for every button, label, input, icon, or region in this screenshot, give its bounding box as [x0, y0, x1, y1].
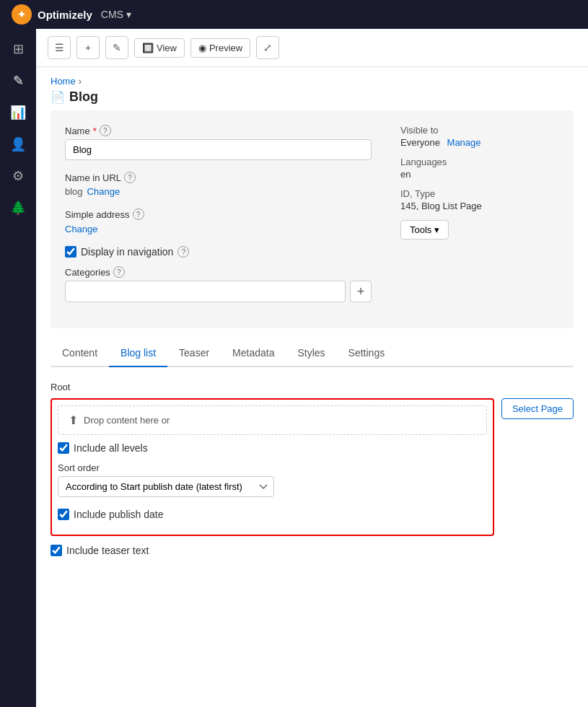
edit-page-button[interactable]: ✎: [105, 36, 128, 59]
include-all-levels-row: Include all levels: [58, 442, 487, 454]
categories-field-group: Categories ? +: [65, 266, 372, 302]
tools-label: Tools: [410, 224, 431, 235]
include-all-levels-checkbox[interactable]: [58, 442, 69, 454]
cms-label: CMS: [101, 9, 123, 20]
tab-teaser[interactable]: Teaser: [167, 340, 221, 367]
display-nav-label[interactable]: Display in navigation: [81, 246, 173, 258]
page-header: Home › 📄 Blog: [36, 67, 588, 110]
sidebar-item-analytics[interactable]: 📊: [4, 98, 32, 127]
languages-group: Languages en: [400, 157, 559, 180]
tools-button[interactable]: Tools ▾: [400, 220, 449, 240]
include-publish-date-label[interactable]: Include publish date: [74, 509, 164, 520]
expand-button[interactable]: ⤢: [256, 36, 279, 59]
cms-menu[interactable]: CMS ▾: [101, 9, 131, 20]
tab-settings[interactable]: Settings: [337, 340, 397, 367]
required-indicator: *: [93, 126, 97, 136]
sidebar: ⊞ ✎ 📊 👤 ⚙ 🌲: [0, 29, 36, 707]
sidebar-item-people[interactable]: 👤: [4, 130, 32, 159]
logo-icon: ✦: [12, 4, 32, 25]
page-title: Blog: [69, 89, 98, 105]
tab-settings-label: Settings: [348, 347, 385, 359]
drop-zone-container: ⬆ Drop content here or Include all level…: [51, 398, 494, 536]
drop-zone-wrapper: ⬆ Drop content here or Include all level…: [51, 398, 574, 536]
tab-content-label: Content: [62, 347, 97, 359]
add-button[interactable]: +: [76, 36, 100, 59]
sidebar-item-dashboard[interactable]: ⊞: [4, 35, 32, 63]
add-category-icon: +: [357, 284, 365, 299]
categories-label-text: Categories: [65, 267, 110, 278]
url-help-icon[interactable]: ?: [124, 172, 136, 183]
drop-upload-icon: ⬆: [69, 413, 78, 427]
categories-label: Categories ?: [65, 266, 372, 278]
main-layout: ⊞ ✎ 📊 👤 ⚙ 🌲 ☰ + ✎: [0, 29, 588, 707]
name-field-group: Name * ?: [65, 125, 372, 160]
url-value: blog: [65, 186, 83, 197]
view-icon: 🔲: [142, 43, 154, 53]
preview-button[interactable]: ◉ Preview: [190, 38, 250, 58]
categories-input[interactable]: [65, 281, 346, 302]
tab-blog-list[interactable]: Blog list: [109, 340, 167, 367]
display-nav-checkbox[interactable]: [65, 246, 76, 258]
settings-icon: ⚙: [12, 168, 24, 184]
drop-zone-label: Drop content here or: [84, 415, 170, 426]
tab-metadata-label: Metadata: [232, 347, 274, 359]
url-name-label-text: Name in URL: [65, 172, 121, 183]
include-teaser-text-checkbox[interactable]: [51, 545, 62, 556]
list-view-button[interactable]: ☰: [48, 36, 71, 59]
simple-address-change-link[interactable]: Change: [65, 224, 98, 234]
url-row: blog Change: [65, 186, 372, 197]
preview-label: Preview: [209, 43, 242, 53]
include-all-levels-label[interactable]: Include all levels: [74, 442, 148, 454]
url-name-field-group: Name in URL ? blog Change: [65, 172, 372, 197]
add-category-button[interactable]: +: [350, 281, 372, 302]
tab-metadata[interactable]: Metadata: [221, 340, 286, 367]
page-type-icon: 📄: [51, 90, 65, 104]
name-label-text: Name: [65, 126, 90, 136]
visible-to-group: Visible to Everyone Manage: [400, 125, 559, 148]
id-type-value: 145, Blog List Page: [400, 201, 559, 211]
include-teaser-text-row: Include teaser text: [51, 545, 574, 556]
simple-address-help-icon[interactable]: ?: [133, 208, 144, 220]
form-row: Name * ? Name in URL ? blog: [65, 125, 559, 314]
sidebar-item-tree[interactable]: 🌲: [4, 193, 32, 222]
id-type-label: ID, Type: [400, 188, 559, 199]
tab-blog-list-label: Blog list: [120, 347, 156, 359]
list-icon: ☰: [55, 42, 64, 53]
plus-icon: +: [85, 42, 91, 53]
sort-order-select[interactable]: According to Start publish date (latest …: [58, 476, 274, 497]
breadcrumb: Home ›: [51, 76, 574, 87]
include-teaser-text-label[interactable]: Include teaser text: [66, 545, 149, 556]
sidebar-item-settings[interactable]: ⚙: [4, 162, 32, 190]
page-title-row: 📄 Blog: [51, 89, 574, 105]
edit-icon: ✎: [13, 73, 24, 89]
tabs-bar: Content Blog list Teaser Metadata Styles…: [51, 328, 574, 367]
breadcrumb-home[interactable]: Home: [51, 76, 76, 87]
content-area: ☰ + ✎ 🔲 View ◉ Preview ⤢ Home: [36, 29, 588, 707]
select-page-button[interactable]: Select Page: [501, 398, 574, 419]
tab-styles[interactable]: Styles: [286, 340, 336, 367]
view-label: View: [157, 43, 177, 53]
sort-order-label: Sort order: [58, 462, 487, 473]
sidebar-item-edit[interactable]: ✎: [4, 66, 32, 95]
toolbar: ☰ + ✎ 🔲 View ◉ Preview ⤢: [36, 29, 588, 67]
tree-icon: 🌲: [10, 200, 26, 216]
form-left-column: Name * ? Name in URL ? blog: [65, 125, 372, 314]
app-logo[interactable]: ✦ Optimizely: [12, 4, 92, 25]
display-nav-help-icon[interactable]: ?: [177, 246, 189, 258]
app-name: Optimizely: [38, 9, 92, 21]
analytics-icon: 📊: [10, 105, 26, 120]
name-help-icon[interactable]: ?: [100, 125, 111, 136]
red-box-inner: Include all levels Sort order According …: [58, 435, 487, 520]
manage-link[interactable]: Manage: [447, 137, 481, 148]
expand-icon: ⤢: [263, 42, 272, 53]
categories-help-icon[interactable]: ?: [113, 266, 125, 278]
name-input[interactable]: [65, 139, 372, 160]
preview-icon: ◉: [198, 43, 206, 53]
dashboard-icon: ⊞: [13, 41, 24, 57]
view-button[interactable]: 🔲 View: [134, 38, 185, 58]
include-publish-date-checkbox[interactable]: [58, 509, 69, 520]
url-change-link[interactable]: Change: [87, 186, 120, 197]
drop-zone[interactable]: ⬆ Drop content here or: [58, 405, 487, 435]
tab-content[interactable]: Content: [51, 340, 109, 367]
include-publish-date-row: Include publish date: [58, 509, 487, 520]
